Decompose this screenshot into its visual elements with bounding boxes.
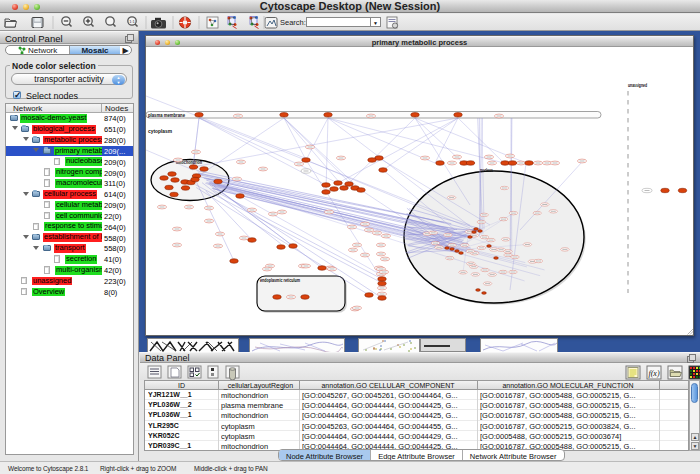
svg-text:cytoplasm: cytoplasm (148, 128, 173, 134)
svg-text:1:1: 1:1 (129, 19, 135, 24)
svg-text:endoplasmic reticulum: endoplasmic reticulum (260, 277, 300, 283)
svg-text:unassigned: unassigned (628, 82, 647, 88)
svg-text:nucleus: nucleus (480, 167, 493, 173)
svg-text:plasma membrane: plasma membrane (148, 112, 185, 118)
svg-text:f(x): f(x) (648, 369, 659, 378)
